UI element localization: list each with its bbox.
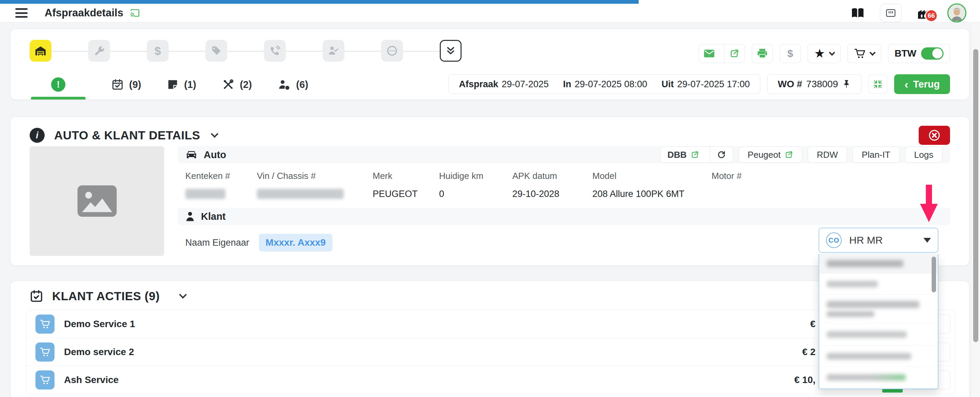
tab-count: (2) — [240, 79, 252, 90]
btw-toggle-pill: BTW — [888, 44, 950, 63]
vehicle-photo-placeholder — [30, 146, 164, 256]
service-name: Demo Service 1 — [64, 319, 135, 330]
cast-icon[interactable] — [129, 8, 140, 18]
service-row[interactable]: Ash Service € 10, — [27, 366, 955, 394]
chevron-down-icon[interactable] — [210, 130, 218, 138]
close-circle-icon — [928, 129, 940, 142]
clock-icon — [386, 45, 398, 57]
advisor-select[interactable]: CO HR MR — [819, 228, 939, 253]
tag-icon — [211, 45, 222, 56]
step-garage[interactable] — [30, 40, 51, 62]
person-icon — [185, 211, 195, 222]
stepper: $ — [30, 40, 461, 62]
collapse-button[interactable] — [868, 75, 887, 94]
book-icon[interactable] — [851, 7, 865, 19]
field-merk: Merk PEUGEOT — [373, 171, 439, 200]
email-button[interactable] — [699, 44, 719, 63]
page-title: Afspraakdetails — [45, 7, 123, 19]
dollar-icon: $ — [788, 48, 793, 59]
tab-status[interactable]: ! — [31, 70, 86, 99]
logs-label: Logs — [914, 150, 933, 160]
step-customer-approval[interactable] — [323, 40, 344, 62]
step-waiting[interactable] — [381, 40, 403, 62]
step-call[interactable] — [264, 40, 286, 62]
dropdown-option[interactable] — [819, 367, 938, 387]
rdw-button[interactable]: RDW — [808, 147, 847, 163]
favorite-dropdown-button[interactable]: ★ — [808, 44, 841, 63]
tab-werkzaamheden[interactable]: (2) — [222, 70, 252, 99]
print-button[interactable] — [752, 44, 773, 63]
service-price: € 2 — [802, 346, 816, 357]
person-check-icon — [328, 45, 339, 57]
service-price: € 10, — [794, 375, 816, 386]
refresh-icon — [717, 150, 726, 159]
service-list: Demo Service 1 € Demo service 2 € 2 — [26, 310, 956, 394]
dropdown-scrollbar[interactable] — [932, 257, 936, 292]
wrench-icon — [93, 45, 105, 57]
service-name: Demo service 2 — [64, 346, 134, 357]
service-row[interactable]: Demo Service 1 € — [27, 310, 955, 338]
field-motor: Motor # — [711, 171, 950, 200]
auto-header-label: Auto — [204, 149, 226, 161]
back-button[interactable]: ‹ Terug — [894, 74, 950, 94]
step-workshop[interactable] — [88, 40, 110, 62]
dropdown-option[interactable] — [819, 324, 938, 346]
step-finished[interactable] — [440, 40, 461, 62]
tab-historie[interactable]: (6) — [278, 70, 308, 99]
note-icon — [167, 79, 178, 90]
chevron-down-icon — [870, 49, 876, 56]
avatar[interactable] — [947, 3, 966, 22]
alert-circle-icon: ! — [51, 77, 65, 92]
dropdown-option[interactable] — [819, 295, 938, 324]
annotation-arrow-down — [918, 185, 940, 223]
workorder-pill[interactable]: WO # 738009 — [767, 74, 861, 94]
open-external-button[interactable] — [724, 44, 745, 63]
hamburger-menu-icon[interactable] — [15, 8, 28, 18]
klant-section-bar: Klant — [178, 208, 950, 225]
afspraak-date: Afspraak29-07-2025 — [459, 79, 549, 89]
page-scrollbar[interactable] — [971, 22, 980, 397]
loading-progress-bar — [0, 0, 639, 4]
chevron-down-icon[interactable] — [179, 291, 187, 299]
dropdown-option[interactable] — [819, 274, 938, 295]
owner-name-chip[interactable]: Mxxxr. Axxx9 — [259, 234, 332, 252]
tab-klant-acties[interactable]: (9) — [111, 70, 141, 99]
scrollbar-thumb[interactable] — [973, 49, 978, 342]
back-label: Terug — [913, 79, 940, 90]
document-toolbar: $ ★ BTW — [698, 44, 950, 63]
peugeot-button[interactable]: Peugeot — [738, 147, 802, 163]
service-price: € — [810, 319, 816, 330]
planning-board-button[interactable] — [880, 4, 902, 22]
external-link-icon — [691, 151, 699, 159]
service-row[interactable]: Demo service 2 € 2 — [27, 338, 955, 366]
dropdown-option[interactable] — [819, 346, 938, 367]
appointment-info-row: Afspraak29-07-2025 In29-07-2025 08:00 Ui… — [448, 74, 950, 94]
section-title: AUTO & KLANT DETAILS — [54, 129, 200, 142]
advisor-dropdown-menu — [819, 254, 939, 389]
dbb-button[interactable]: DBB — [660, 147, 705, 163]
cancel-appointment-button[interactable] — [919, 126, 950, 145]
service-name: Ash Service — [64, 375, 119, 386]
workshop-notifications-button[interactable]: 66 — [916, 6, 932, 19]
cart-dropdown-button[interactable] — [848, 44, 881, 63]
step-label[interactable] — [205, 40, 227, 62]
appointment-times-pill[interactable]: Afspraak29-07-2025 In29-07-2025 08:00 Ui… — [448, 74, 760, 94]
calendar-check-icon — [111, 78, 124, 91]
person-clock-icon — [278, 78, 291, 91]
price-button[interactable]: $ — [780, 44, 801, 63]
double-check-icon — [445, 45, 457, 57]
logs-button[interactable]: Logs — [905, 147, 943, 163]
auto-section-bar: Auto DBB — [178, 146, 950, 163]
redacted-value — [185, 189, 226, 199]
field-kenteken: Kenteken # — [185, 171, 257, 200]
owner-label: Naam Eigenaar — [185, 238, 249, 248]
redacted-option-text — [827, 311, 874, 317]
peugeot-label: Peugeot — [748, 150, 781, 160]
dropdown-option[interactable] — [819, 254, 938, 274]
refresh-vehicle-button[interactable] — [710, 147, 733, 163]
step-pricing[interactable]: $ — [147, 40, 169, 62]
plan-it-button[interactable]: Plan-IT — [853, 147, 900, 163]
redacted-option-text — [827, 331, 907, 338]
btw-toggle[interactable] — [921, 47, 943, 60]
tab-notities[interactable]: (1) — [167, 70, 196, 99]
